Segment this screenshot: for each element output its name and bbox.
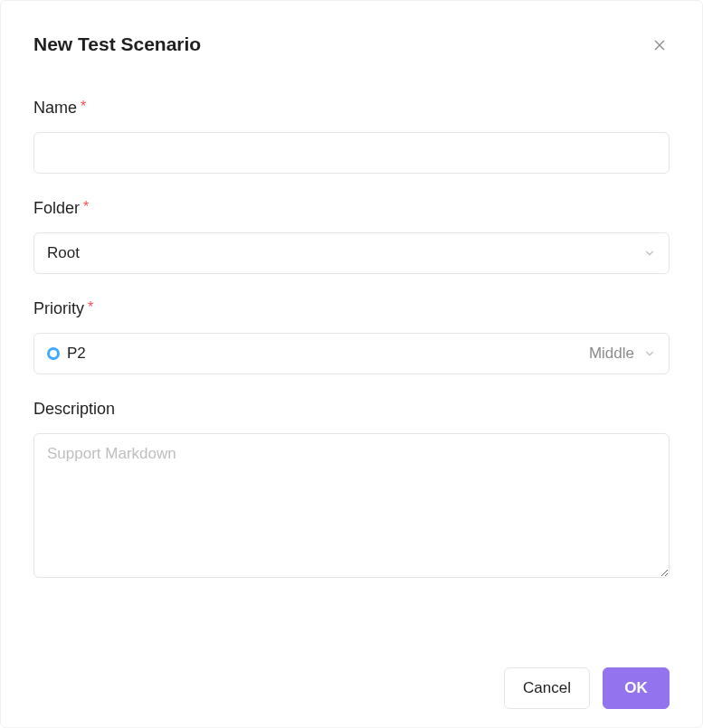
- close-icon[interactable]: [650, 35, 670, 55]
- dialog-title: New Test Scenario: [33, 33, 201, 55]
- description-label: Description: [33, 400, 115, 419]
- dialog-form: Name* Folder* Root Priority*: [1, 55, 702, 581]
- new-test-scenario-dialog: New Test Scenario Name* Folder* Root: [0, 0, 703, 728]
- required-indicator: *: [83, 199, 89, 214]
- folder-select-value: Root: [47, 244, 80, 262]
- name-label: Name: [33, 99, 77, 118]
- priority-ring-icon: [47, 347, 60, 360]
- name-input[interactable]: [33, 132, 670, 174]
- priority-field: Priority* P2 Middle: [33, 299, 670, 374]
- priority-select[interactable]: P2 Middle: [33, 333, 670, 374]
- chevron-down-icon: [643, 247, 656, 260]
- cancel-button[interactable]: Cancel: [504, 667, 590, 709]
- description-textarea[interactable]: [33, 433, 670, 578]
- priority-select-value: P2: [47, 345, 86, 363]
- dialog-footer: Cancel OK: [504, 667, 670, 709]
- priority-label: Priority: [33, 299, 84, 318]
- folder-select[interactable]: Root: [33, 232, 670, 274]
- priority-secondary-text: Middle: [589, 345, 634, 363]
- description-field: Description: [33, 400, 670, 581]
- dialog-header: New Test Scenario: [1, 1, 702, 55]
- required-indicator: *: [81, 99, 86, 114]
- folder-label: Folder: [33, 199, 80, 218]
- required-indicator: *: [88, 299, 93, 315]
- name-field: Name*: [33, 99, 670, 174]
- chevron-down-icon: [643, 347, 656, 360]
- ok-button[interactable]: OK: [603, 667, 670, 709]
- folder-field: Folder* Root: [33, 199, 670, 274]
- priority-value-text: P2: [67, 345, 86, 363]
